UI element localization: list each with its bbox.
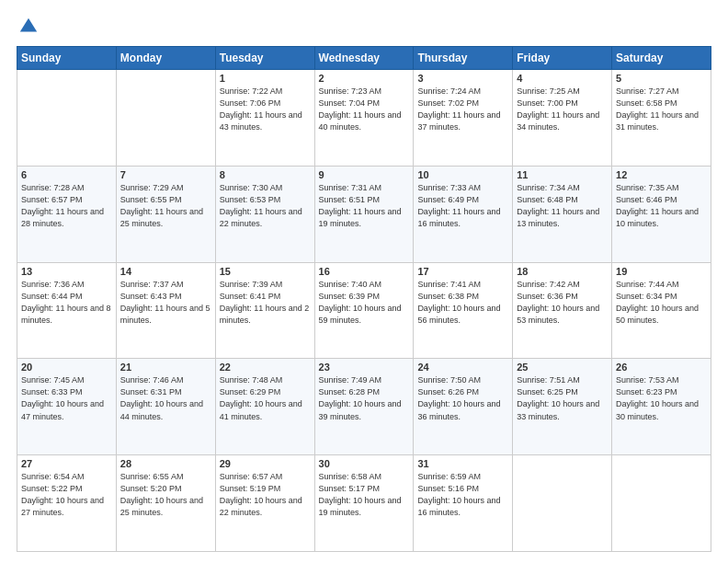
day-number: 4 bbox=[517, 73, 608, 84]
week-row-4: 27Sunrise: 6:54 AM Sunset: 5:22 PM Dayli… bbox=[17, 455, 711, 552]
day-number: 21 bbox=[120, 362, 211, 373]
day-content: Sunrise: 7:33 AM Sunset: 6:49 PM Dayligh… bbox=[417, 182, 508, 230]
calendar-cell: 27Sunrise: 6:54 AM Sunset: 5:22 PM Dayli… bbox=[17, 455, 117, 552]
calendar-cell: 14Sunrise: 7:37 AM Sunset: 6:43 PM Dayli… bbox=[116, 262, 215, 359]
day-number: 3 bbox=[417, 73, 508, 84]
day-content: Sunrise: 7:46 AM Sunset: 6:31 PM Dayligh… bbox=[120, 374, 211, 422]
day-number: 18 bbox=[517, 266, 608, 277]
day-content: Sunrise: 7:41 AM Sunset: 6:38 PM Dayligh… bbox=[417, 279, 508, 327]
calendar-cell: 10Sunrise: 7:33 AM Sunset: 6:49 PM Dayli… bbox=[414, 166, 513, 262]
day-header-wednesday: Wednesday bbox=[314, 47, 414, 70]
day-content: Sunrise: 7:35 AM Sunset: 6:46 PM Dayligh… bbox=[616, 182, 707, 230]
calendar-cell: 25Sunrise: 7:51 AM Sunset: 6:25 PM Dayli… bbox=[513, 359, 612, 455]
day-number: 25 bbox=[517, 362, 608, 373]
calendar-cell: 20Sunrise: 7:45 AM Sunset: 6:33 PM Dayli… bbox=[17, 359, 117, 455]
day-number: 14 bbox=[120, 266, 211, 277]
calendar-cell: 29Sunrise: 6:57 AM Sunset: 5:19 PM Dayli… bbox=[215, 455, 314, 552]
calendar-cell: 24Sunrise: 7:50 AM Sunset: 6:26 PM Dayli… bbox=[414, 359, 513, 455]
logo-icon bbox=[18, 17, 39, 37]
calendar-cell: 19Sunrise: 7:44 AM Sunset: 6:34 PM Dayli… bbox=[612, 262, 711, 359]
day-header-monday: Monday bbox=[116, 47, 215, 70]
calendar-cell bbox=[17, 70, 117, 167]
day-number: 28 bbox=[120, 458, 211, 469]
svg-marker-0 bbox=[20, 18, 37, 32]
day-header-tuesday: Tuesday bbox=[215, 47, 314, 70]
day-content: Sunrise: 7:29 AM Sunset: 6:55 PM Dayligh… bbox=[120, 182, 211, 230]
day-number: 1 bbox=[220, 73, 311, 84]
day-number: 17 bbox=[417, 266, 508, 277]
day-number: 30 bbox=[319, 458, 410, 469]
logo bbox=[17, 17, 39, 37]
calendar-cell: 2Sunrise: 7:23 AM Sunset: 7:04 PM Daylig… bbox=[314, 70, 414, 167]
day-number: 8 bbox=[220, 169, 311, 180]
day-number: 9 bbox=[319, 169, 410, 180]
day-content: Sunrise: 7:27 AM Sunset: 6:58 PM Dayligh… bbox=[616, 86, 707, 133]
day-content: Sunrise: 6:59 AM Sunset: 5:16 PM Dayligh… bbox=[417, 471, 508, 519]
day-number: 26 bbox=[616, 362, 707, 373]
week-row-0: 1Sunrise: 7:22 AM Sunset: 7:06 PM Daylig… bbox=[17, 70, 711, 167]
calendar-cell: 9Sunrise: 7:31 AM Sunset: 6:51 PM Daylig… bbox=[314, 166, 414, 262]
day-content: Sunrise: 7:31 AM Sunset: 6:51 PM Dayligh… bbox=[319, 182, 410, 230]
day-number: 22 bbox=[220, 362, 311, 373]
calendar-cell: 28Sunrise: 6:55 AM Sunset: 5:20 PM Dayli… bbox=[116, 455, 215, 552]
day-content: Sunrise: 7:44 AM Sunset: 6:34 PM Dayligh… bbox=[616, 279, 707, 327]
calendar-cell: 31Sunrise: 6:59 AM Sunset: 5:16 PM Dayli… bbox=[414, 455, 513, 552]
calendar-cell: 22Sunrise: 7:48 AM Sunset: 6:29 PM Dayli… bbox=[215, 359, 314, 455]
day-number: 11 bbox=[517, 169, 608, 180]
header bbox=[17, 17, 711, 37]
calendar-cell: 30Sunrise: 6:58 AM Sunset: 5:17 PM Dayli… bbox=[314, 455, 414, 552]
calendar-cell: 7Sunrise: 7:29 AM Sunset: 6:55 PM Daylig… bbox=[116, 166, 215, 262]
day-content: Sunrise: 7:42 AM Sunset: 6:36 PM Dayligh… bbox=[517, 279, 608, 327]
calendar-cell: 23Sunrise: 7:49 AM Sunset: 6:28 PM Dayli… bbox=[314, 359, 414, 455]
day-number: 20 bbox=[21, 362, 112, 373]
day-number: 7 bbox=[120, 169, 211, 180]
week-row-1: 6Sunrise: 7:28 AM Sunset: 6:57 PM Daylig… bbox=[17, 166, 711, 262]
day-header-saturday: Saturday bbox=[612, 47, 711, 70]
day-content: Sunrise: 6:55 AM Sunset: 5:20 PM Dayligh… bbox=[120, 471, 211, 519]
day-number: 2 bbox=[319, 73, 410, 84]
day-number: 12 bbox=[616, 169, 707, 180]
day-content: Sunrise: 6:57 AM Sunset: 5:19 PM Dayligh… bbox=[220, 471, 311, 519]
calendar-cell: 8Sunrise: 7:30 AM Sunset: 6:53 PM Daylig… bbox=[215, 166, 314, 262]
calendar-cell: 26Sunrise: 7:53 AM Sunset: 6:23 PM Dayli… bbox=[612, 359, 711, 455]
day-number: 31 bbox=[417, 458, 508, 469]
day-content: Sunrise: 7:36 AM Sunset: 6:44 PM Dayligh… bbox=[21, 279, 112, 327]
calendar-cell: 3Sunrise: 7:24 AM Sunset: 7:02 PM Daylig… bbox=[414, 70, 513, 167]
day-number: 19 bbox=[616, 266, 707, 277]
calendar-cell bbox=[116, 70, 215, 167]
calendar-cell: 1Sunrise: 7:22 AM Sunset: 7:06 PM Daylig… bbox=[215, 70, 314, 167]
day-number: 29 bbox=[220, 458, 311, 469]
day-content: Sunrise: 7:50 AM Sunset: 6:26 PM Dayligh… bbox=[417, 374, 508, 422]
calendar-cell: 11Sunrise: 7:34 AM Sunset: 6:48 PM Dayli… bbox=[513, 166, 612, 262]
day-number: 10 bbox=[417, 169, 508, 180]
day-number: 15 bbox=[220, 266, 311, 277]
calendar-cell: 5Sunrise: 7:27 AM Sunset: 6:58 PM Daylig… bbox=[612, 70, 711, 167]
calendar-cell: 17Sunrise: 7:41 AM Sunset: 6:38 PM Dayli… bbox=[414, 262, 513, 359]
day-content: Sunrise: 7:22 AM Sunset: 7:06 PM Dayligh… bbox=[220, 86, 311, 133]
day-content: Sunrise: 7:23 AM Sunset: 7:04 PM Dayligh… bbox=[319, 86, 410, 133]
day-content: Sunrise: 7:39 AM Sunset: 6:41 PM Dayligh… bbox=[220, 279, 311, 327]
day-number: 27 bbox=[21, 458, 112, 469]
day-header-sunday: Sunday bbox=[17, 47, 117, 70]
day-content: Sunrise: 7:40 AM Sunset: 6:39 PM Dayligh… bbox=[319, 279, 410, 327]
calendar-cell: 12Sunrise: 7:35 AM Sunset: 6:46 PM Dayli… bbox=[612, 166, 711, 262]
calendar-cell: 18Sunrise: 7:42 AM Sunset: 6:36 PM Dayli… bbox=[513, 262, 612, 359]
day-number: 13 bbox=[21, 266, 112, 277]
day-content: Sunrise: 7:24 AM Sunset: 7:02 PM Dayligh… bbox=[417, 86, 508, 133]
day-header-thursday: Thursday bbox=[414, 47, 513, 70]
calendar-cell: 13Sunrise: 7:36 AM Sunset: 6:44 PM Dayli… bbox=[17, 262, 117, 359]
day-content: Sunrise: 7:53 AM Sunset: 6:23 PM Dayligh… bbox=[616, 374, 707, 422]
calendar-cell: 16Sunrise: 7:40 AM Sunset: 6:39 PM Dayli… bbox=[314, 262, 414, 359]
calendar-cell bbox=[612, 455, 711, 552]
calendar-header-row: SundayMondayTuesdayWednesdayThursdayFrid… bbox=[17, 47, 711, 70]
day-content: Sunrise: 7:34 AM Sunset: 6:48 PM Dayligh… bbox=[517, 182, 608, 230]
day-header-friday: Friday bbox=[513, 47, 612, 70]
day-content: Sunrise: 7:49 AM Sunset: 6:28 PM Dayligh… bbox=[319, 374, 410, 422]
week-row-3: 20Sunrise: 7:45 AM Sunset: 6:33 PM Dayli… bbox=[17, 359, 711, 455]
calendar-cell: 6Sunrise: 7:28 AM Sunset: 6:57 PM Daylig… bbox=[17, 166, 117, 262]
calendar-cell bbox=[513, 455, 612, 552]
day-number: 16 bbox=[319, 266, 410, 277]
calendar-cell: 21Sunrise: 7:46 AM Sunset: 6:31 PM Dayli… bbox=[116, 359, 215, 455]
day-content: Sunrise: 6:54 AM Sunset: 5:22 PM Dayligh… bbox=[21, 471, 112, 519]
day-content: Sunrise: 6:58 AM Sunset: 5:17 PM Dayligh… bbox=[319, 471, 410, 519]
